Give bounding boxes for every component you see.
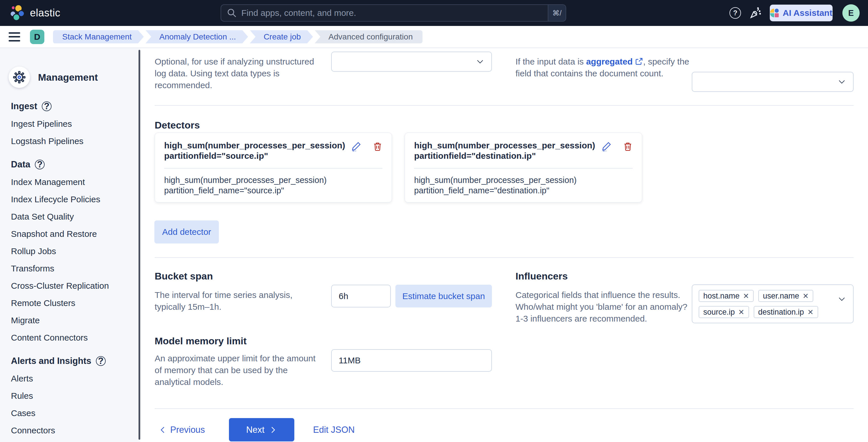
next-button[interactable]: Next [229,418,294,441]
sidebar-section-data: Data ? [11,159,140,170]
categorization-description: Optional, for use if analyzing unstructu… [155,56,328,91]
influencers-combobox[interactable]: host.name ✕ user.name ✕ source.ip ✕ dest… [692,285,854,323]
delete-detector-button[interactable] [623,142,633,152]
trash-icon [623,142,633,151]
chevron-down-icon [837,78,846,86]
influencers-description: Categorical fields that influence the re… [516,289,693,324]
bucket-span-description: The interval for time series analysis, t… [155,289,324,313]
sidebar-section-ingest: Ingest ? [11,101,140,112]
divider [155,257,854,258]
estimate-bucket-span-button[interactable]: Estimate bucket span [395,285,492,307]
aggregated-link[interactable]: aggregated [586,57,633,66]
card-divider [414,168,633,169]
edit-detector-button[interactable] [601,142,611,152]
global-search[interactable]: ⌘/ [221,4,566,22]
detector-card-source-ip: high_sum(number_processes_per_session) p… [155,132,392,203]
section-help-icon[interactable]: ? [42,101,52,111]
sidebar-item-cases[interactable]: Cases [11,408,140,418]
breadcrumb-create-job[interactable]: Create job [250,30,313,43]
breadcrumb-advanced-configuration: Advanced configuration [315,30,423,43]
remove-tag-icon[interactable]: ✕ [743,292,749,300]
sidebar-section-alerts-and-insights: Alerts and Insights ? [11,356,140,366]
bucket-span-input[interactable]: 6h [331,285,391,307]
sidebar-item-content-connectors[interactable]: Content Connectors [11,333,140,343]
elastic-logo-icon [10,5,25,21]
user-avatar[interactable]: E [842,4,860,22]
bucket-span-heading: Bucket span [155,270,213,282]
management-sidebar: Management Ingest ? Ingest Pipelines Log… [0,48,140,442]
chevron-left-icon [159,426,167,434]
sidebar-item-index-management[interactable]: Index Management [11,177,140,187]
delete-detector-button[interactable] [373,142,382,152]
categorization-field-select[interactable] [331,52,492,72]
sidebar-item-rollup-jobs[interactable]: Rollup Jobs [11,246,140,256]
trash-icon [373,142,382,151]
sidebar-item-cross-cluster-replication[interactable]: Cross-Cluster Replication [11,281,140,291]
global-header: elastic ⌘/ ? AI Assistant [0,0,868,26]
pencil-icon [351,142,361,151]
remove-tag-icon[interactable]: ✕ [738,308,744,316]
edit-detector-button[interactable] [351,142,361,152]
remove-tag-icon[interactable]: ✕ [808,308,813,316]
external-link-icon [635,57,643,65]
section-help-icon[interactable]: ? [96,356,106,366]
elastic-home-link[interactable]: elastic [10,5,60,21]
search-shortcut-badge: ⌘/ [548,5,566,21]
sidebar-item-index-lifecycle-policies[interactable]: Index Lifecycle Policies [11,195,140,204]
influencer-tag-user-name: user.name ✕ [758,290,813,302]
sidebar-item-connectors[interactable]: Connectors [11,425,140,435]
detector-title: high_sum(number_processes_per_session) p… [414,140,598,161]
detector-description: high_sum(number_processes_per_session) p… [414,175,633,196]
model-memory-limit-description: An approximate upper limit for the amoun… [155,352,324,388]
sidebar-item-snapshot-and-restore[interactable]: Snapshot and Restore [11,229,140,239]
help-icon: ? [730,7,741,19]
influencer-tag-host-name: host.name ✕ [699,290,754,302]
menu-icon[interactable] [9,32,20,41]
breadcrumb-bar: D Stack Management Anomaly Detection ...… [0,26,868,48]
sidebar-item-transforms[interactable]: Transforms [11,264,140,273]
model-memory-limit-heading: Model memory limit [155,335,247,347]
influencer-tag-destination-ip: destination.ip ✕ [754,306,818,318]
chevron-down-icon [476,57,485,66]
model-memory-limit-input[interactable]: 11MB [331,349,492,372]
ai-assistant-icon [770,9,779,17]
detector-card-destination-ip: high_sum(number_processes_per_session) p… [405,132,642,203]
ai-assistant-button[interactable]: AI Assistant [770,5,833,21]
sidebar-item-remote-clusters[interactable]: Remote Clusters [11,298,140,308]
card-divider [164,168,382,169]
whats-new-button[interactable] [749,7,762,19]
sidebar-item-rules[interactable]: Rules [11,391,140,401]
influencer-tag-source-ip: source.ip ✕ [699,306,749,318]
summary-count-description: If the input data is aggregated , specif… [516,56,693,79]
detectors-heading: Detectors [155,120,200,131]
edit-json-button[interactable]: Edit JSON [313,418,355,441]
sidebar-item-logstash-pipelines[interactable]: Logstash Pipelines [11,136,140,146]
search-input[interactable] [241,8,548,18]
detector-title: high_sum(number_processes_per_session) p… [164,140,348,161]
sidebar-item-data-set-quality[interactable]: Data Set Quality [11,212,140,222]
divider [155,105,854,106]
breadcrumb-stack-management[interactable]: Stack Management [53,30,144,43]
summary-count-field-select[interactable] [692,72,854,92]
influencers-heading: Influencers [516,270,568,282]
help-button[interactable]: ? [729,7,742,19]
breadcrumb-anomaly-detection[interactable]: Anomaly Detection ... [146,30,248,43]
sidebar-item-migrate[interactable]: Migrate [11,316,140,325]
section-help-icon[interactable]: ? [35,159,44,170]
space-badge[interactable]: D [30,30,44,44]
add-detector-button[interactable]: Add detector [154,220,219,243]
sidebar-title: Management [38,72,98,83]
previous-button[interactable]: Previous [159,418,205,441]
advanced-configuration-form: Optional, for use if analyzing unstructu… [140,48,868,442]
sidebar-item-alerts[interactable]: Alerts [11,374,140,384]
app-window: elastic ⌘/ ? AI Assistant [0,0,868,442]
breadcrumb: Stack Management Anomaly Detection ... C… [53,30,423,43]
chevron-down-icon [837,295,846,303]
divider [155,408,854,409]
brand-name: elastic [30,7,60,19]
remove-tag-icon[interactable]: ✕ [803,292,809,300]
sidebar-item-ingest-pipelines[interactable]: Ingest Pipelines [11,119,140,129]
search-icon [227,8,237,18]
pencil-icon [601,142,611,151]
celebration-icon [749,7,762,19]
